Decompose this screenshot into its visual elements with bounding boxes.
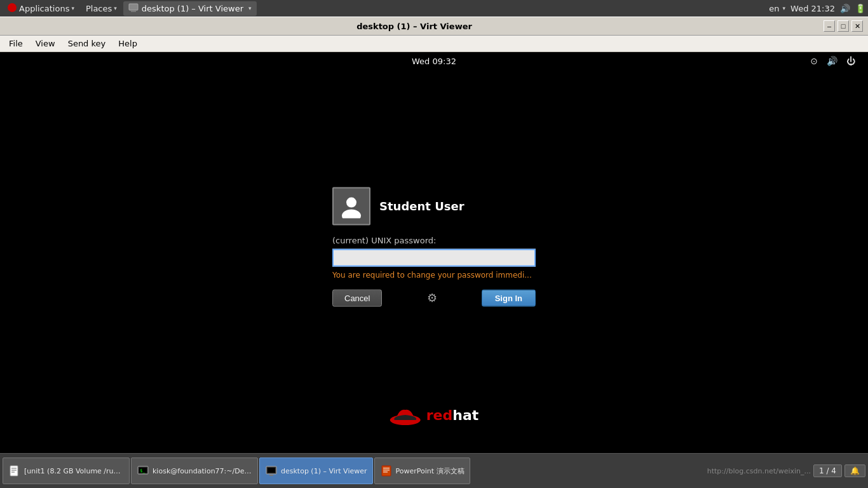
svg-point-0: [8, 3, 17, 12]
taskbar-label-0: [unit1 (8.2 GB Volume /run/media...: [24, 467, 124, 475]
file-menu[interactable]: File: [3, 37, 29, 50]
svg-rect-6: [10, 466, 18, 476]
virt-viewer-taskbar-tab[interactable]: desktop (1) – Virt Viewer ▾: [123, 1, 257, 16]
password-warning: You are required to change your password…: [332, 270, 536, 279]
dialog-buttons: Cancel ⚙ Sign In: [332, 289, 536, 306]
svg-point-4: [342, 209, 361, 218]
volume-icon[interactable]: 🔊: [840, 4, 850, 13]
language-label: en: [769, 4, 779, 13]
redhat-logo: redhat: [390, 402, 479, 428]
inner-volume-icon[interactable]: 🔊: [827, 56, 837, 66]
power-icon[interactable]: ⏻: [846, 56, 855, 66]
redhat-logo-text: redhat: [426, 407, 479, 423]
help-menu[interactable]: Help: [112, 37, 144, 50]
system-bar-left: Applications ▾ Places ▾ desktop (1) – Vi…: [3, 1, 257, 16]
svg-rect-17: [383, 468, 390, 469]
send-key-menu[interactable]: Send key: [62, 37, 112, 50]
user-header: Student User: [332, 187, 536, 225]
language-arrow: ▾: [783, 5, 786, 11]
applications-label: Applications: [19, 4, 69, 13]
virt-viewer-tab-arrow: ▾: [248, 5, 252, 11]
inner-clock: Wed 09:32: [412, 57, 456, 66]
settings-icon-button[interactable]: ⚙: [427, 291, 437, 305]
menu-bar: File View Send key Help: [0, 36, 868, 52]
battery-icon[interactable]: 🔋: [855, 4, 865, 13]
svg-rect-19: [383, 471, 388, 473]
user-name: Student User: [379, 200, 465, 213]
window-titlebar: desktop (1) – Virt Viewer – □ ✕: [0, 17, 868, 36]
minimize-button[interactable]: –: [824, 20, 835, 32]
system-clock[interactable]: Wed 21:32: [790, 4, 835, 13]
clock-label: Wed 21:32: [790, 4, 835, 13]
taskbar-icon-3: [380, 464, 393, 477]
svg-rect-15: [269, 475, 273, 476]
login-dialog: Student User (current) UNIX password: Yo…: [332, 187, 536, 306]
svg-rect-14: [268, 468, 275, 473]
taskbar-icon-2: [265, 464, 278, 477]
svg-rect-1: [129, 4, 138, 10]
redhat-red-text: red: [426, 407, 453, 423]
applications-arrow: ▾: [71, 5, 74, 11]
svg-rect-18: [383, 470, 390, 471]
vm-screen: Wed 09:32 ⊙ 🔊 ⏻ Student User (current) U…: [0, 52, 868, 453]
inner-topbar-right: ⊙ 🔊 ⏻: [810, 52, 855, 70]
taskbar: [unit1 (8.2 GB Volume /run/media... $_ k…: [0, 453, 868, 488]
places-menu[interactable]: Places ▾: [81, 3, 122, 15]
taskbar-label-2: desktop (1) – Virt Viewer: [281, 467, 367, 475]
svg-rect-2: [131, 11, 136, 12]
redhat-icon: [8, 3, 17, 14]
user-avatar: [332, 187, 370, 225]
applications-menu[interactable]: Applications ▾: [3, 2, 79, 15]
battery-symbol: 🔋: [855, 4, 865, 13]
svg-text:$_: $_: [140, 468, 145, 473]
avatar-icon: [339, 194, 363, 218]
places-arrow: ▾: [114, 5, 117, 11]
cancel-button[interactable]: Cancel: [332, 289, 382, 306]
notification-button[interactable]: 🔔: [844, 464, 865, 477]
maximize-button[interactable]: □: [837, 20, 849, 32]
sign-in-button[interactable]: Sign In: [482, 289, 536, 306]
redhat-white-text: hat: [452, 407, 478, 423]
taskbar-right: http://blog.csdn.net/weixin_... 1 / 4 🔔: [707, 464, 865, 477]
close-button[interactable]: ✕: [851, 20, 863, 32]
password-input[interactable]: [332, 248, 536, 266]
taskbar-icon-1: $_: [137, 464, 149, 477]
taskbar-item-2[interactable]: desktop (1) – Virt Viewer: [259, 458, 373, 484]
url-hint: http://blog.csdn.net/weixin_...: [707, 467, 811, 475]
virt-viewer-tab-label: desktop (1) – Virt Viewer: [142, 4, 243, 13]
system-bar-right: en ▾ Wed 21:32 🔊 🔋: [769, 4, 865, 13]
accessibility-icon[interactable]: ⊙: [810, 56, 818, 66]
view-menu[interactable]: View: [29, 37, 62, 50]
window-title: desktop (1) – Virt Viewer: [5, 22, 824, 31]
virt-viewer-tab-icon: [128, 3, 139, 15]
places-label: Places: [86, 4, 112, 13]
taskbar-label-1: kiosk@foundation77:~/Desktop: [153, 467, 252, 475]
password-label: (current) UNIX password:: [332, 235, 536, 245]
taskbar-item-3[interactable]: PowerPoint 演示文稿: [374, 458, 470, 484]
inner-desktop-topbar: Wed 09:32 ⊙ 🔊 ⏻: [0, 52, 868, 70]
page-indicator[interactable]: 1 / 4: [813, 464, 842, 477]
svg-rect-16: [382, 466, 391, 476]
window-controls: – □ ✕: [824, 20, 863, 32]
redhat-hat-icon: [390, 402, 421, 428]
language-selector[interactable]: en ▾: [769, 4, 785, 13]
volume-symbol: 🔊: [840, 4, 850, 13]
svg-point-3: [346, 197, 356, 207]
taskbar-item-1[interactable]: $_ kiosk@foundation77:~/Desktop: [131, 458, 258, 484]
system-bar: Applications ▾ Places ▾ desktop (1) – Vi…: [0, 0, 868, 17]
taskbar-label-3: PowerPoint 演示文稿: [396, 466, 465, 476]
taskbar-item-0[interactable]: [unit1 (8.2 GB Volume /run/media...: [3, 458, 130, 484]
taskbar-icon-0: [8, 464, 21, 477]
